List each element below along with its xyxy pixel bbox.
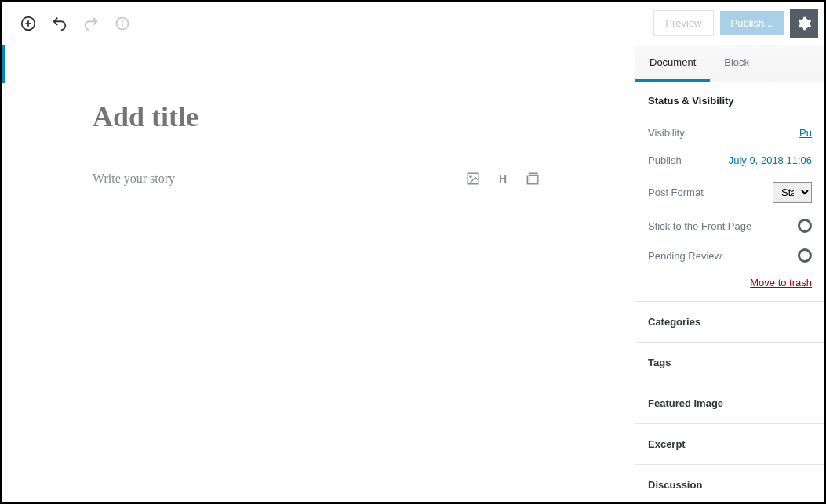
toolbar-left	[8, 9, 136, 38]
heading-block-button[interactable]: H	[495, 171, 511, 187]
discussion-panel-toggle[interactable]: Discussion	[635, 465, 824, 502]
sidebar-tabs: Document Block	[635, 45, 824, 82]
excerpt-panel-toggle[interactable]: Excerpt	[635, 424, 824, 465]
publish-row: Publish July 9, 2018 11:06	[635, 147, 824, 174]
post-format-select[interactable]: Standard	[773, 182, 812, 203]
featured-image-panel-toggle[interactable]: Featured Image	[635, 383, 824, 424]
editor-column: Write your story H	[2, 45, 635, 502]
tab-block[interactable]: Block	[710, 45, 763, 82]
publish-date-link[interactable]: July 9, 2018 11:06	[729, 154, 812, 166]
pending-review-label: Pending Review	[648, 250, 722, 262]
visibility-label: Visibility	[648, 127, 685, 139]
stick-front-page-toggle[interactable]	[798, 219, 812, 233]
visibility-value-link[interactable]: Pu	[799, 127, 812, 139]
pending-review-row: Pending Review	[635, 241, 824, 270]
toolbar-right: Preview Publish...	[653, 9, 818, 38]
settings-button[interactable]	[790, 9, 818, 38]
info-button[interactable]	[108, 9, 136, 38]
svg-rect-8	[529, 176, 538, 184]
redo-icon	[82, 15, 100, 32]
body-row: Write your story H	[93, 171, 588, 187]
main-area: Write your story H Document Block Status…	[2, 45, 824, 502]
svg-point-7	[470, 176, 471, 177]
info-icon	[115, 16, 130, 31]
post-format-label: Post Format	[648, 187, 704, 198]
image-block-button[interactable]	[465, 171, 481, 187]
post-format-row: Post Format Standard	[635, 174, 824, 211]
admin-bar-accent	[2, 45, 5, 83]
gallery-block-button[interactable]	[525, 171, 540, 187]
categories-panel-toggle[interactable]: Categories	[635, 302, 824, 343]
top-toolbar: Preview Publish...	[2, 2, 824, 45]
visibility-row: Visibility Pu	[635, 119, 824, 147]
status-visibility-panel: Status & Visibility Visibility Pu Publis…	[635, 82, 824, 302]
post-title-input[interactable]	[93, 100, 588, 133]
block-inserter-icons: H	[465, 171, 540, 187]
svg-point-5	[122, 20, 123, 21]
add-block-button[interactable]	[14, 9, 42, 38]
move-to-trash-link[interactable]: Move to trash	[635, 270, 824, 301]
stick-front-page-row: Stick to the Front Page	[635, 211, 824, 241]
tab-document[interactable]: Document	[635, 45, 710, 82]
settings-sidebar: Document Block Status & Visibility Visib…	[635, 45, 824, 502]
stick-front-page-label: Stick to the Front Page	[648, 220, 751, 232]
tags-panel-toggle[interactable]: Tags	[635, 343, 824, 383]
image-icon	[466, 172, 480, 186]
heading-icon: H	[499, 172, 507, 185]
publish-button[interactable]: Publish...	[720, 11, 784, 35]
undo-button[interactable]	[45, 9, 74, 38]
preview-button[interactable]: Preview	[653, 10, 713, 36]
undo-icon	[51, 15, 68, 32]
post-body-placeholder[interactable]: Write your story	[93, 172, 175, 186]
publish-label: Publish	[648, 154, 682, 166]
redo-button[interactable]	[77, 9, 105, 38]
pending-review-toggle[interactable]	[798, 248, 812, 263]
plus-circle-icon	[20, 15, 37, 32]
gallery-icon	[526, 172, 540, 186]
status-visibility-heading: Status & Visibility	[635, 82, 824, 119]
gear-icon	[796, 16, 812, 31]
